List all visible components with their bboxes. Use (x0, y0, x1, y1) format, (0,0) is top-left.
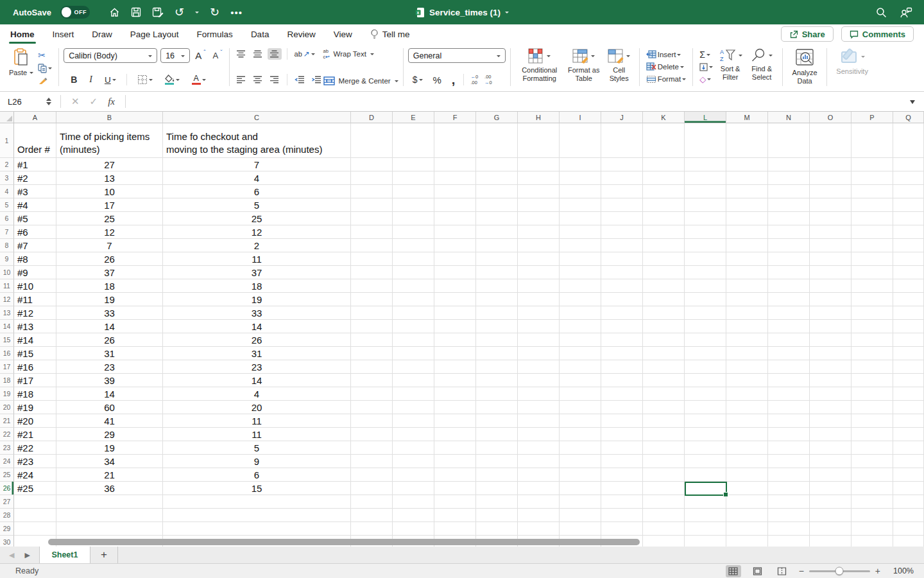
align-bottom-button[interactable] (268, 48, 282, 60)
cell-F15[interactable] (434, 333, 476, 347)
cell-N11[interactable] (768, 279, 810, 293)
cell-C19[interactable]: 4 (163, 387, 351, 401)
cell-J18[interactable] (601, 374, 643, 387)
cell-K19[interactable] (643, 387, 685, 401)
cell-E20[interactable] (393, 401, 434, 414)
align-top-button[interactable] (234, 48, 248, 60)
tab-data[interactable]: Data (251, 24, 270, 44)
column-header-Q[interactable]: Q (893, 112, 924, 123)
cell-C21[interactable]: 11 (163, 414, 351, 428)
cell-F11[interactable] (434, 279, 476, 293)
cell-D6[interactable] (351, 212, 393, 225)
cell-J16[interactable] (601, 347, 643, 360)
cell-C7[interactable]: 12 (163, 225, 351, 239)
decrease-decimal-button[interactable]: .00→0 (484, 74, 492, 85)
cell-H22[interactable] (518, 428, 560, 441)
cell-F21[interactable] (434, 414, 476, 428)
cell-N27[interactable] (768, 495, 810, 509)
cell-D16[interactable] (351, 347, 393, 360)
cell-K24[interactable] (643, 455, 685, 468)
cell-F1[interactable] (434, 123, 476, 158)
cell-L14[interactable] (685, 320, 726, 333)
cell-H4[interactable] (518, 185, 560, 198)
cell-D23[interactable] (351, 441, 393, 455)
cell-D13[interactable] (351, 306, 393, 320)
cell-Q11[interactable] (893, 279, 924, 293)
cell-H7[interactable] (518, 225, 560, 239)
cell-O27[interactable] (810, 495, 851, 509)
cell-C22[interactable]: 11 (163, 428, 351, 441)
cell-O26[interactable] (810, 482, 851, 495)
decrease-indent-button[interactable] (293, 74, 307, 85)
format-as-table-button[interactable]: Format as Table (564, 47, 604, 87)
cell-P6[interactable] (851, 212, 893, 225)
cell-L30[interactable] (685, 536, 726, 547)
cell-P27[interactable] (851, 495, 893, 509)
cell-F17[interactable] (434, 360, 476, 374)
cell-Q6[interactable] (893, 212, 924, 225)
cell-Q18[interactable] (893, 374, 924, 387)
cell-N24[interactable] (768, 455, 810, 468)
cell-C27[interactable] (163, 495, 351, 509)
save-icon[interactable] (131, 7, 141, 17)
cell-M9[interactable] (726, 252, 768, 266)
cell-H12[interactable] (518, 293, 560, 306)
cell-I29[interactable] (560, 522, 601, 536)
cell-P16[interactable] (851, 347, 893, 360)
cell-D10[interactable] (351, 266, 393, 279)
cell-G22[interactable] (476, 428, 518, 441)
row-header-15[interactable]: 15 (0, 333, 14, 347)
sort-filter-button[interactable]: AZ Sort & Filter (715, 47, 746, 87)
row-header-29[interactable]: 29 (0, 522, 14, 536)
cell-K28[interactable] (643, 509, 685, 522)
cell-K29[interactable] (643, 522, 685, 536)
cell-I27[interactable] (560, 495, 601, 509)
cell-C10[interactable]: 37 (163, 266, 351, 279)
cell-Q7[interactable] (893, 225, 924, 239)
increase-decimal-button[interactable]: ←0.00 (470, 74, 478, 85)
cell-K13[interactable] (643, 306, 685, 320)
cell-M4[interactable] (726, 185, 768, 198)
cell-L12[interactable] (685, 293, 726, 306)
cell-K2[interactable] (643, 158, 685, 171)
cell-I16[interactable] (560, 347, 601, 360)
cell-C16[interactable]: 31 (163, 347, 351, 360)
cell-C8[interactable]: 2 (163, 239, 351, 252)
cell-A26[interactable]: #25 (14, 482, 56, 495)
cell-N1[interactable] (768, 123, 810, 158)
cell-C25[interactable]: 6 (163, 468, 351, 482)
cell-G26[interactable] (476, 482, 518, 495)
row-header-26[interactable]: 26 (0, 482, 14, 495)
tab-page-layout[interactable]: Page Layout (130, 24, 179, 44)
cell-J26[interactable] (601, 482, 643, 495)
cell-M19[interactable] (726, 387, 768, 401)
column-header-C[interactable]: C (163, 112, 351, 123)
cell-I2[interactable] (560, 158, 601, 171)
conditional-formatting-button[interactable]: Conditional Formatting (515, 47, 564, 87)
cell-G9[interactable] (476, 252, 518, 266)
cell-A17[interactable]: #16 (14, 360, 56, 374)
cell-H3[interactable] (518, 171, 560, 185)
cell-C23[interactable]: 5 (163, 441, 351, 455)
row-header-16[interactable]: 16 (0, 347, 14, 360)
cell-P19[interactable] (851, 387, 893, 401)
formula-input[interactable] (131, 92, 910, 111)
cell-F29[interactable] (434, 522, 476, 536)
cell-D3[interactable] (351, 171, 393, 185)
column-header-J[interactable]: J (601, 112, 643, 123)
cell-G20[interactable] (476, 401, 518, 414)
cell-P24[interactable] (851, 455, 893, 468)
cell-O30[interactable] (810, 536, 851, 547)
column-header-K[interactable]: K (643, 112, 685, 123)
cell-O24[interactable] (810, 455, 851, 468)
cell-L1[interactable] (685, 123, 726, 158)
confirm-entry-icon[interactable]: ✓ (85, 96, 103, 107)
redo-icon[interactable]: ↻ (210, 6, 219, 18)
cell-M10[interactable] (726, 266, 768, 279)
normal-view-button[interactable] (726, 565, 741, 577)
cell-A8[interactable]: #7 (14, 239, 56, 252)
cell-Q5[interactable] (893, 198, 924, 212)
cell-E12[interactable] (393, 293, 434, 306)
copy-button[interactable] (36, 64, 54, 73)
tab-insert[interactable]: Insert (53, 24, 74, 44)
